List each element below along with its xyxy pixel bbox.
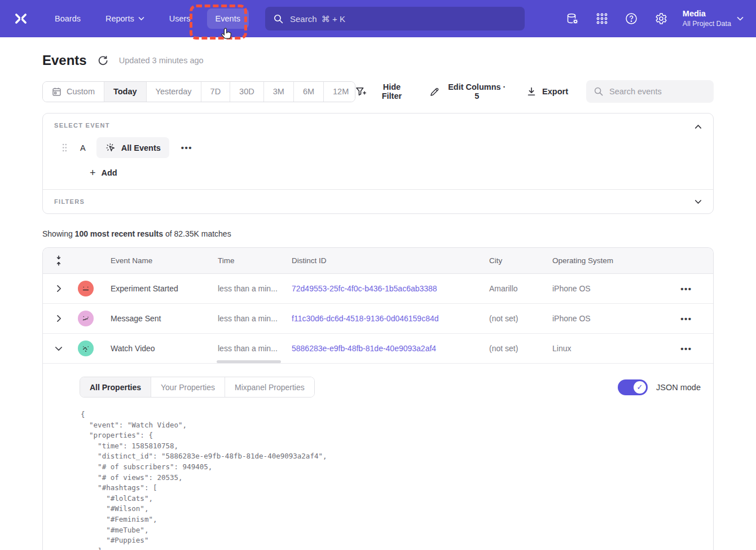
chevron-down-icon xyxy=(695,199,702,204)
cell-distinct-id[interactable]: f11c30d6-dc6d-4518-9136-0d046159c84d xyxy=(292,314,489,323)
cell-city: (not set) xyxy=(489,344,552,353)
summary-count: 100 most recent results xyxy=(75,229,163,238)
row-more-button[interactable]: ••• xyxy=(677,312,695,326)
search-events-input[interactable] xyxy=(609,87,706,96)
tab-your-properties[interactable]: Your Properties xyxy=(151,377,225,397)
range-label: 12M xyxy=(333,87,349,96)
add-label: Add xyxy=(102,168,117,177)
summary-prefix: Showing xyxy=(42,229,75,238)
range-7d-button[interactable]: 7D xyxy=(201,82,231,102)
settings-button[interactable] xyxy=(649,7,673,30)
table-horizontal-scrollbar[interactable] xyxy=(217,360,281,363)
search-icon xyxy=(273,14,284,24)
expand-row-button[interactable] xyxy=(54,312,64,325)
column-header-time[interactable]: Time xyxy=(218,256,292,265)
nav-item-events[interactable]: Events xyxy=(207,8,249,29)
navbar-right: Media All Project Data xyxy=(561,0,748,37)
export-button[interactable]: Export xyxy=(526,86,568,97)
properties-tabs: All Properties Your Properties Mixpanel … xyxy=(80,377,315,398)
range-today-button[interactable]: Today xyxy=(104,82,147,102)
range-12m-button[interactable]: 12M xyxy=(324,82,355,102)
cell-time: less than a min... xyxy=(218,344,292,353)
event-selector-chip[interactable]: All Events xyxy=(96,137,169,158)
clause-letter: A xyxy=(80,143,86,152)
search-icon xyxy=(594,86,604,97)
avatar-face-icon xyxy=(80,313,91,324)
help-button[interactable] xyxy=(619,7,643,30)
expand-row-button[interactable] xyxy=(54,282,64,295)
avatar-face-icon xyxy=(80,283,91,294)
add-event-button[interactable]: + Add xyxy=(90,168,117,178)
json-mode-label: JSON mode xyxy=(656,383,701,392)
project-name: Media xyxy=(683,8,731,20)
apps-grid-button[interactable] xyxy=(590,7,614,30)
tab-all-properties[interactable]: All Properties xyxy=(80,377,151,397)
database-gear-icon xyxy=(565,12,579,26)
json-mode-toggle[interactable]: ✓ xyxy=(618,379,648,395)
nav-item-label: Users xyxy=(169,14,191,23)
summary-suffix: of 82.35K matches xyxy=(163,229,231,238)
drag-handle[interactable] xyxy=(62,143,67,152)
updated-status: Updated 3 minutes ago xyxy=(119,56,204,65)
event-query-row: A All Events ••• xyxy=(54,137,702,158)
event-more-button[interactable]: ••• xyxy=(178,141,196,155)
filters-section[interactable]: FILTERS xyxy=(43,189,713,213)
column-header-city[interactable]: City xyxy=(489,256,552,265)
global-search-input[interactable] xyxy=(290,14,517,24)
search-events-field[interactable] xyxy=(586,80,714,103)
tab-mixpanel-properties[interactable]: Mixpanel Properties xyxy=(225,377,314,397)
collapse-row-button[interactable] xyxy=(52,344,65,353)
chevron-right-icon xyxy=(56,315,61,322)
help-circle-icon xyxy=(625,12,638,25)
range-custom-button[interactable]: Custom xyxy=(43,82,104,102)
nav-item-label: Boards xyxy=(55,14,81,23)
table-row[interactable]: Experiment Started less than a min... 72… xyxy=(43,274,713,304)
global-search[interactable] xyxy=(265,7,525,30)
range-3m-button[interactable]: 3M xyxy=(264,82,294,102)
nav-item-label: Reports xyxy=(106,14,134,23)
range-yesterday-button[interactable]: Yesterday xyxy=(147,82,201,102)
mixpanel-logo-icon[interactable] xyxy=(14,11,28,26)
nav-item-reports[interactable]: Reports xyxy=(97,8,153,29)
row-more-button[interactable]: ••• xyxy=(677,282,695,296)
cell-time: less than a min... xyxy=(218,284,292,293)
project-scope: All Project Data xyxy=(683,19,731,29)
range-label: 3M xyxy=(273,87,284,96)
expand-filters-button[interactable] xyxy=(692,195,704,208)
project-switcher[interactable]: Media All Project Data xyxy=(678,5,748,32)
event-detail-panel: All Properties Your Properties Mixpanel … xyxy=(43,364,713,550)
filter-plus-icon xyxy=(355,86,366,97)
cell-time: less than a min... xyxy=(218,314,292,323)
nav-item-users[interactable]: Users xyxy=(161,8,199,29)
cell-os: iPhone OS xyxy=(552,284,660,293)
events-page: Events Updated 3 minutes ago Custom Toda… xyxy=(0,53,756,550)
event-avatar xyxy=(78,311,94,326)
edit-columns-button[interactable]: Edit Columns · 5 xyxy=(429,82,508,101)
refresh-button[interactable] xyxy=(96,54,109,67)
data-management-button[interactable] xyxy=(561,7,584,30)
column-header-os[interactable]: Operating System xyxy=(552,256,660,265)
column-header-event-name[interactable]: Event Name xyxy=(111,256,218,265)
nav-item-boards[interactable]: Boards xyxy=(46,8,89,29)
table-row-expanded[interactable]: Watch Video less than a min... 5886283e-… xyxy=(43,334,713,364)
range-6m-button[interactable]: 6M xyxy=(294,82,324,102)
cell-distinct-id[interactable]: 72d49553-25fc-4f0c-b436-1b5ac6ab3388 xyxy=(292,284,489,293)
chevron-up-icon xyxy=(695,124,702,129)
cell-event-name: Watch Video xyxy=(111,344,218,353)
select-event-label: SELECT EVENT xyxy=(54,122,702,129)
hide-filter-label: Hide Filter xyxy=(372,82,411,101)
collapse-select-event-button[interactable] xyxy=(692,120,704,133)
range-label: 6M xyxy=(303,87,314,96)
hide-filter-button[interactable]: Hide Filter xyxy=(355,82,411,101)
range-label: Yesterday xyxy=(156,87,192,96)
results-summary: Showing 100 most recent results of 82.35… xyxy=(42,229,714,238)
cell-distinct-id[interactable]: 5886283e-e9fb-48fb-81de-40e9093a2af4 xyxy=(292,344,489,353)
download-icon xyxy=(526,86,537,97)
collapse-all-button[interactable] xyxy=(52,252,65,269)
column-header-distinct-id[interactable]: Distinct ID xyxy=(292,256,489,265)
cell-city: (not set) xyxy=(489,314,552,323)
range-30d-button[interactable]: 30D xyxy=(230,82,264,102)
chevron-down-icon xyxy=(138,16,144,21)
row-more-button[interactable]: ••• xyxy=(677,342,695,356)
table-row[interactable]: Message Sent less than a min... f11c30d6… xyxy=(43,304,713,334)
